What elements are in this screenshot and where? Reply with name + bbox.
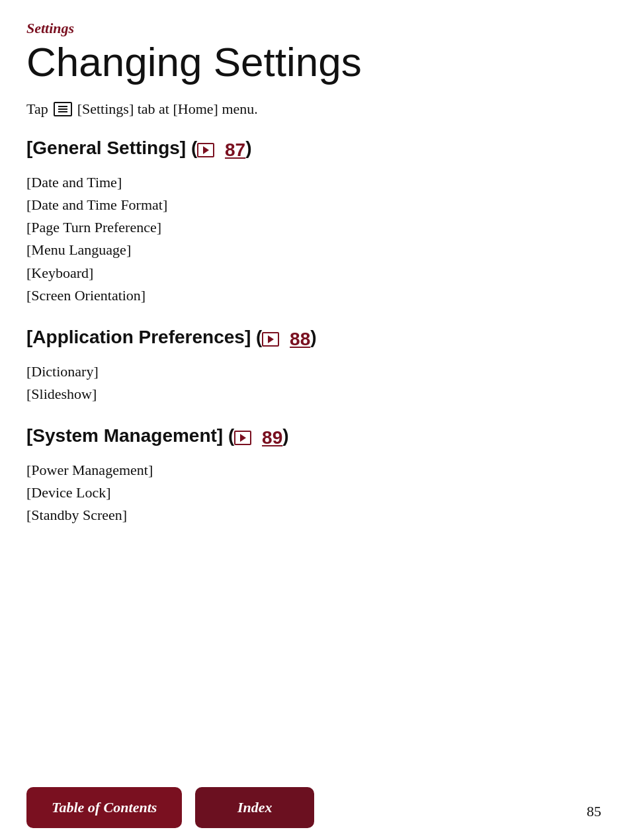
section-label: Settings	[26, 20, 605, 37]
list-item: [Standby Screen]	[26, 504, 605, 526]
list-item: [Device Lock]	[26, 482, 605, 504]
list-item: [Date and Time Format]	[26, 194, 605, 216]
list-item: [Dictionary]	[26, 360, 605, 383]
page-title: Changing Settings	[26, 40, 605, 85]
sys-mgmt-ref: 89	[234, 427, 282, 448]
table-of-contents-button[interactable]: Table of Contents	[26, 787, 182, 828]
general-settings-label: [General Settings] (	[26, 138, 197, 158]
sys-mgmt-items: [Power Management] [Device Lock] [Standb…	[26, 459, 605, 526]
page-container: Settings Changing Settings Tap [Settings…	[0, 0, 631, 840]
intro-text: Tap [Settings] tab at [Home] menu.	[26, 101, 605, 118]
settings-icon	[54, 102, 72, 116]
list-item: [Screen Orientation]	[26, 284, 605, 307]
arrow-icon-1	[197, 143, 214, 157]
intro-before: Tap	[26, 101, 48, 118]
sys-mgmt-label: [System Management] (	[26, 425, 234, 446]
arrow-icon-3	[234, 431, 251, 445]
section-sys-mgmt-heading: [System Management] ( 89)	[26, 425, 605, 448]
index-button[interactable]: Index	[195, 787, 314, 828]
section-app-prefs-heading: [Application Preferences] ( 88)	[26, 327, 605, 350]
sys-mgmt-page: 89	[262, 427, 282, 448]
bottom-bar: Table of Contents Index	[0, 775, 631, 840]
section-general-settings-heading: [General Settings] ( 87)	[26, 138, 605, 161]
list-item: [Page Turn Preference]	[26, 216, 605, 239]
list-item: [Date and Time]	[26, 171, 605, 194]
list-item: [Menu Language]	[26, 239, 605, 261]
app-prefs-items: [Dictionary] [Slideshow]	[26, 360, 605, 405]
general-settings-page: 87	[225, 140, 245, 161]
list-item: [Slideshow]	[26, 383, 605, 405]
app-prefs-page: 88	[290, 329, 310, 350]
page-number: 85	[587, 803, 601, 820]
list-item: [Keyboard]	[26, 262, 605, 284]
general-settings-items: [Date and Time] [Date and Time Format] […	[26, 171, 605, 307]
arrow-icon-2	[262, 332, 279, 347]
list-item: [Power Management]	[26, 459, 605, 482]
app-prefs-label: [Application Preferences] (	[26, 327, 262, 347]
intro-after: [Settings] tab at [Home] menu.	[77, 101, 258, 118]
app-prefs-ref: 88	[262, 329, 310, 350]
general-settings-ref: 87	[197, 140, 245, 161]
